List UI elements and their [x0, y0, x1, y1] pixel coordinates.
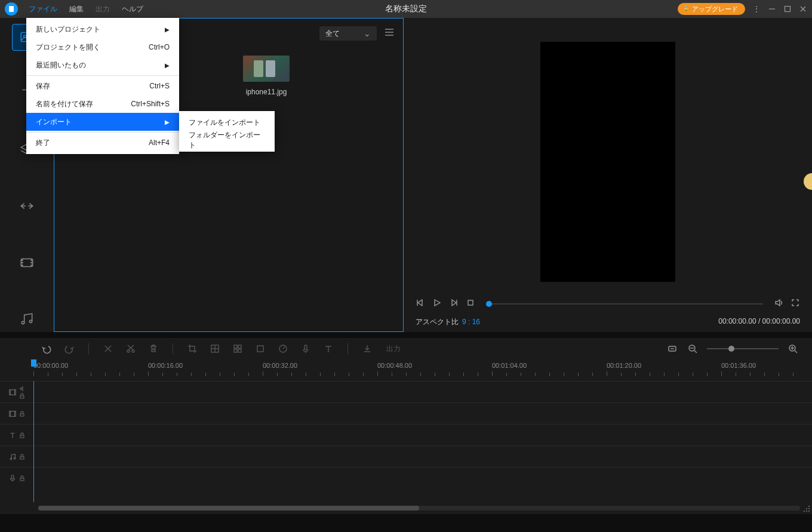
media-thumbnail[interactable]: iphone11.jpg: [243, 56, 290, 96]
maximize-button[interactable]: [783, 5, 792, 13]
voice-button[interactable]: [300, 343, 312, 355]
film-icon: [8, 410, 17, 418]
menu-separator: [26, 75, 179, 76]
menu-save-as[interactable]: 名前を付けて保存Ctrl+Shift+S: [26, 95, 179, 113]
menu-file[interactable]: ファイル: [23, 0, 63, 18]
svg-point-12: [31, 265, 32, 265]
submenu-import-folder[interactable]: フォルダーをインポート: [179, 131, 275, 149]
svg-marker-20: [435, 300, 440, 306]
track-video-overlay[interactable]: [0, 402, 812, 424]
play-button[interactable]: [432, 298, 442, 310]
preview-canvas: [540, 42, 675, 282]
music-icon: [8, 453, 17, 461]
menu-exit[interactable]: 終了Alt+F4: [26, 134, 179, 152]
aspect-ratio: アスペクト比9 : 16: [416, 317, 480, 327]
svg-point-53: [10, 458, 12, 460]
svg-rect-52: [20, 435, 24, 438]
svg-point-7: [22, 260, 23, 260]
svg-point-14: [29, 320, 32, 322]
close-button[interactable]: [799, 5, 807, 13]
svg-rect-57: [20, 478, 24, 481]
export-button[interactable]: [361, 343, 373, 355]
menu-separator: [26, 132, 179, 133]
svg-rect-32: [238, 349, 241, 352]
import-submenu: ファイルをインポート フォルダーをインポート: [179, 111, 275, 152]
undo-button[interactable]: [41, 343, 53, 355]
text-tool-button[interactable]: [322, 343, 334, 355]
scrollbar-thumb[interactable]: [38, 506, 419, 511]
svg-rect-33: [257, 346, 263, 352]
menubar: ファイル 編集 出力 ヘルプ: [23, 0, 149, 18]
track-voice[interactable]: [0, 467, 812, 488]
progress-handle[interactable]: [486, 301, 492, 307]
svg-point-11: [31, 262, 32, 263]
ruler-tick: 00:00:32.00: [263, 362, 297, 369]
zoom-fit-button[interactable]: [666, 343, 678, 355]
cut-button[interactable]: [102, 343, 114, 355]
svg-marker-18: [418, 300, 422, 306]
track-text[interactable]: [0, 424, 812, 445]
freeze-button[interactable]: [254, 343, 266, 355]
file-dropdown: 新しいプロジェクト▶ プロジェクトを開くCtrl+O 最近開いたもの▶ 保存Ct…: [26, 18, 179, 154]
volume-icon: [19, 386, 25, 392]
upgrade-button[interactable]: アップグレード: [678, 3, 745, 15]
view-list-button[interactable]: [384, 27, 395, 40]
menu-open-project[interactable]: プロジェクトを開くCtrl+O: [26, 38, 179, 56]
menu-save[interactable]: 保存Ctrl+S: [26, 77, 179, 95]
menu-help[interactable]: ヘルプ: [116, 0, 149, 18]
menu-recent[interactable]: 最近開いたもの▶: [26, 56, 179, 74]
svg-rect-56: [11, 475, 14, 478]
svg-rect-30: [238, 345, 241, 348]
horizontal-scrollbar[interactable]: [38, 506, 800, 511]
ruler-tick: 00:01:04.00: [492, 362, 527, 369]
mic-icon: [8, 474, 17, 482]
fullscreen-button[interactable]: [791, 298, 800, 310]
zoom-in-button[interactable]: [787, 343, 799, 355]
redo-button[interactable]: [63, 343, 75, 355]
stop-button[interactable]: [466, 298, 475, 310]
menu-import[interactable]: インポート▶: [26, 113, 179, 131]
resize-grip[interactable]: [802, 505, 811, 513]
zoom-slider[interactable]: [707, 348, 779, 349]
svg-rect-23: [468, 300, 473, 305]
track-audio[interactable]: [0, 445, 812, 467]
minimize-button[interactable]: [768, 5, 776, 13]
submenu-import-file[interactable]: ファイルをインポート: [179, 113, 275, 131]
zoom-out-button[interactable]: [687, 343, 699, 355]
mosaic-button[interactable]: [232, 343, 244, 355]
speed-button[interactable]: [277, 343, 289, 355]
rail-element[interactable]: [12, 249, 42, 275]
thumbnail-label: iphone11.jpg: [243, 88, 290, 96]
ruler-tick: 00:00:00.00: [33, 362, 68, 369]
timeline-ruler[interactable]: 00:00:00.00 00:00:16.00 00:00:32.00 00:0…: [0, 359, 812, 381]
delete-button[interactable]: [147, 343, 159, 355]
timeline-toolbar: 出力: [0, 338, 812, 359]
playhead[interactable]: [33, 381, 34, 502]
adjust-button[interactable]: [209, 343, 221, 355]
prev-frame-button[interactable]: [416, 298, 425, 310]
crop-button[interactable]: [186, 343, 198, 355]
app-logo: [5, 2, 18, 16]
lock-icon: [19, 432, 25, 438]
menu-edit[interactable]: 編集: [63, 0, 90, 18]
svg-line-39: [694, 350, 697, 353]
progress-bar[interactable]: [486, 303, 763, 305]
rail-music[interactable]: [12, 306, 42, 332]
volume-button[interactable]: [774, 298, 783, 310]
zoom-handle[interactable]: [728, 346, 734, 352]
scissors-button[interactable]: [125, 343, 137, 355]
filter-dropdown[interactable]: 全て: [319, 26, 377, 41]
next-frame-button[interactable]: [449, 298, 459, 310]
ruler-tick: 00:01:36.00: [721, 362, 756, 369]
svg-point-8: [22, 262, 23, 263]
track-video-main[interactable]: [0, 381, 812, 402]
kebab-menu[interactable]: ⋮: [752, 5, 761, 13]
window-title: 名称未設定: [385, 4, 427, 14]
film-icon: [8, 388, 17, 396]
ruler-tick: 00:01:20.00: [607, 362, 641, 369]
menu-new-project[interactable]: 新しいプロジェクト▶: [26, 20, 179, 38]
menu-output[interactable]: 出力: [90, 0, 116, 18]
svg-rect-47: [20, 396, 24, 398]
rail-transition[interactable]: [12, 193, 42, 219]
svg-rect-55: [20, 457, 24, 459]
